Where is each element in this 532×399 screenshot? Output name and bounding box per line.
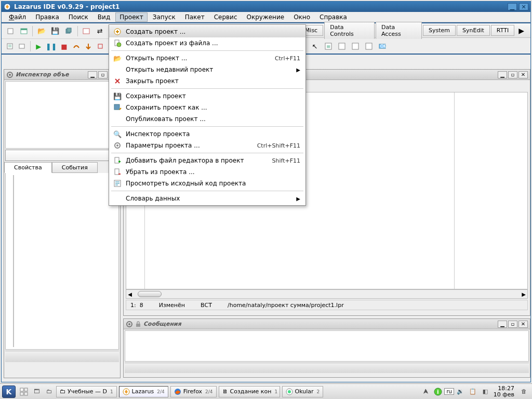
task-sozdanie[interactable]: 🗎Создание кон1	[219, 386, 280, 397]
view-units-button[interactable]	[5, 41, 15, 52]
toggle-form-unit-button[interactable]: ⇄	[94, 25, 105, 37]
svg-point-20	[9, 74, 11, 76]
palette-tab-dataaccess[interactable]: Data Access	[376, 22, 422, 39]
comp-4[interactable]	[363, 41, 375, 52]
comp-3[interactable]	[350, 41, 361, 52]
clipboard-icon[interactable]: 📋	[468, 387, 478, 397]
menu-item-project-inspector[interactable]: 🔍 Инспектор проекта	[109, 128, 305, 140]
close-button[interactable]: ✕	[519, 3, 528, 10]
inspector-component-combo[interactable]	[5, 150, 119, 161]
inspector-titlebar[interactable]: Инспектор объе ▁ ▫ ✕	[4, 70, 120, 80]
comp-1[interactable]: ≡	[323, 41, 334, 52]
volume-icon[interactable]: 🔉	[455, 387, 466, 397]
svg-point-31	[116, 144, 118, 147]
messages-max-button[interactable]: ▫	[508, 321, 517, 328]
menu-search[interactable]: Поиск	[64, 12, 92, 22]
menu-item-open-recent[interactable]: Открыть недавний проект ▶	[109, 64, 305, 75]
menu-item-data-dictionary[interactable]: Словарь данных ▶	[109, 193, 305, 204]
tray-info-icon[interactable]: i	[433, 387, 443, 397]
menu-item-view-source[interactable]: Просмотреть исходный код проекта	[109, 178, 305, 189]
svg-rect-1	[8, 29, 13, 34]
show-desktop-icon[interactable]: 🗔	[31, 387, 42, 397]
palette-tab-synedit[interactable]: SynEdit	[457, 25, 490, 36]
tray-up-icon[interactable]: ⮝	[420, 387, 431, 397]
tab-events[interactable]: События	[52, 162, 98, 173]
menu-item-publish-project[interactable]: Опубликовать проект ...	[109, 113, 305, 125]
new-form2-button[interactable]	[81, 25, 92, 37]
task-okular[interactable]: Okular2	[282, 386, 324, 397]
settings-icon	[112, 141, 123, 150]
menu-edit[interactable]: Правка	[31, 12, 63, 22]
tab-properties[interactable]: Свойства	[4, 162, 52, 173]
view-forms-button[interactable]	[17, 41, 26, 52]
menu-file[interactable]: Файл	[5, 12, 30, 22]
messages-titlebar[interactable]: Сообщения ▁ ▫ ✕	[124, 319, 530, 329]
task-lazarus[interactable]: Lazarus2/4	[119, 386, 168, 397]
messages-close-button[interactable]: ✕	[518, 321, 528, 328]
inspector-tree[interactable]	[5, 81, 119, 149]
palette-scroll-right[interactable]: ▶	[515, 26, 527, 35]
menu-item-save-project-as[interactable]: Сохранить проект как ...	[109, 102, 305, 113]
editor-max-button[interactable]: ▫	[508, 71, 517, 78]
save-all-button[interactable]	[63, 25, 74, 37]
trash-icon[interactable]: 🗑	[518, 387, 529, 397]
project-menu-dropdown: Создать проект ... Создать проект из фай…	[109, 24, 306, 206]
scroll-left-icon[interactable]: ◀	[126, 291, 134, 297]
menu-tools[interactable]: Сервис	[210, 12, 242, 22]
messages-list[interactable]	[125, 330, 529, 362]
settings-tray-icon[interactable]: ◧	[480, 387, 490, 397]
menu-item-remove-from-project[interactable]: Убрать из проекта ...	[109, 166, 305, 178]
menu-item-save-project[interactable]: 💾 Сохранить проект	[109, 90, 305, 102]
open-button[interactable]: 📂	[36, 25, 47, 37]
svg-text:OK: OK	[380, 44, 387, 49]
menu-run[interactable]: Запуск	[149, 12, 180, 22]
palette-tab-datacontrols[interactable]: Data Controls	[324, 22, 375, 39]
editor-h-scrollbar[interactable]: ◀ ▶	[126, 289, 528, 299]
menu-env[interactable]: Окружение	[243, 12, 289, 22]
inspector-max-button[interactable]: ▫	[98, 71, 108, 78]
editor-min-button[interactable]: ▁	[498, 71, 507, 78]
run-button[interactable]: ▶	[33, 41, 43, 52]
window-titlebar[interactable]: Lazarus IDE v0.9.29 - project1 ▁ ✕	[2, 2, 530, 12]
new-unit-button[interactable]	[5, 25, 16, 37]
menu-window[interactable]: Окно	[289, 12, 314, 22]
editor-close-button[interactable]: ✕	[518, 71, 528, 78]
menu-item-add-file[interactable]: Добавить файл редактора в проект Shift+F…	[109, 155, 305, 166]
palette-tab-rtti[interactable]: RTTI	[491, 25, 514, 36]
save-as-icon	[112, 103, 123, 112]
step-out-button[interactable]	[96, 41, 105, 52]
new-form-button[interactable]	[18, 25, 30, 37]
step-into-button[interactable]	[83, 41, 93, 52]
palette-tab-system[interactable]: System	[423, 25, 456, 36]
menu-package[interactable]: Пакет	[181, 12, 209, 22]
menu-project[interactable]: Проект	[115, 12, 148, 22]
menu-item-new-project[interactable]: Создать проект ...	[109, 26, 305, 37]
comp-pointer[interactable]: ↖	[309, 41, 321, 52]
minimize-button[interactable]: ▁	[508, 3, 517, 10]
comp-5[interactable]: OK	[377, 41, 388, 52]
task-firefox[interactable]: Firefox2/4	[170, 386, 217, 397]
menu-item-project-options[interactable]: Параметры проекта ... Ctrl+Shift+F11	[109, 140, 305, 151]
pause-button[interactable]: ❚❚	[46, 41, 57, 52]
inspector-grid[interactable]	[5, 173, 119, 350]
menu-item-close-project[interactable]: Закрыть проект	[109, 75, 305, 87]
menu-item-new-from-file[interactable]: Создать проект из файла ...	[109, 37, 305, 49]
menu-item-open-project[interactable]: 📂 Открыть проект ... Ctrl+F11	[109, 52, 305, 64]
desktop-pager-icon[interactable]	[19, 387, 29, 397]
new-from-file-icon	[112, 39, 123, 47]
folder-quick-icon[interactable]: 🗀	[44, 387, 54, 397]
kde-start-button[interactable]: K	[2, 385, 16, 398]
task-uchebnye[interactable]: 🗀Учебные — D1	[56, 386, 117, 397]
menu-view[interactable]: Вид	[94, 12, 114, 22]
taskbar-clock[interactable]: 18:27 10 фев	[494, 385, 514, 398]
messages-min-button[interactable]: ▁	[498, 321, 507, 328]
menu-help[interactable]: Справка	[315, 12, 351, 22]
scroll-right-icon[interactable]: ▶	[520, 291, 527, 297]
comp-2[interactable]	[336, 41, 348, 52]
inspector-min-button[interactable]: ▁	[88, 71, 97, 78]
stop-button[interactable]: ■	[59, 41, 69, 52]
keyboard-layout[interactable]: ru	[444, 388, 454, 395]
scroll-thumb[interactable]	[138, 291, 162, 297]
save-button[interactable]: 💾	[49, 25, 61, 37]
step-over-button[interactable]	[71, 41, 81, 52]
